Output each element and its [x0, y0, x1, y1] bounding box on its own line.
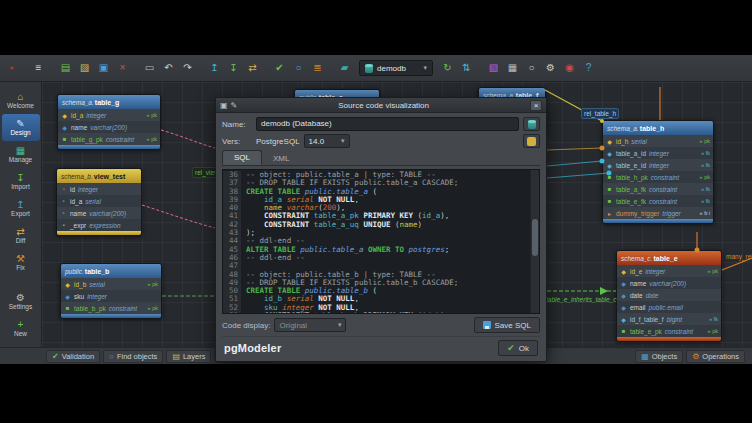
sidebar-item-diff[interactable]: ⇄Diff [2, 222, 40, 249]
validation-icon[interactable]: ✔ [271, 59, 288, 77]
relationship-label-rel-many[interactable]: many_rel [724, 252, 752, 261]
undo-icon[interactable]: ↶ [160, 59, 177, 77]
edit-code-icon-button[interactable] [523, 134, 540, 148]
find-icon[interactable]: ○ [290, 59, 307, 77]
power-icon[interactable]: ◉ [561, 59, 578, 77]
name-label: Name: [222, 120, 252, 129]
objects-icon: ▦ [641, 352, 649, 361]
help-icon[interactable]: ? [580, 59, 597, 77]
code-token: table_b_pk [314, 311, 359, 313]
database-icon [365, 64, 373, 73]
validation-icon-glyph: ✔ [275, 63, 283, 73]
sidebar-item-new[interactable]: +New [2, 315, 40, 342]
toolbar-right-group: ↻⇅▧▦○⚙◉? [439, 59, 597, 77]
refresh-icon[interactable]: ↻ [439, 59, 456, 77]
find-objects-icon: ○ [109, 352, 114, 361]
sidebar-item-export[interactable]: ↥Export [2, 195, 40, 222]
database-model-icon-glyph: ▰ [341, 63, 349, 73]
database-icon-button[interactable] [523, 117, 540, 131]
code-display-value: Original [279, 321, 307, 330]
menu-icon[interactable]: ≡ [30, 59, 47, 77]
zoom-icon[interactable]: ○ [523, 59, 540, 77]
code-token: table_a_uq [314, 220, 359, 229]
import-icon[interactable]: ↧ [225, 59, 242, 77]
version-combo-value: 14.0 [309, 137, 325, 146]
design-icon: ✎ [16, 118, 24, 129]
scrollbar-thumb[interactable] [532, 219, 538, 256]
operations-button[interactable]: ⚙Operations [686, 350, 745, 363]
redo-icon[interactable]: ↷ [179, 59, 196, 77]
settings-icon[interactable]: ⚙ [542, 59, 559, 77]
redo-icon-glyph: ↷ [183, 63, 191, 73]
pgmodeler-logo: pgModeler [224, 342, 281, 354]
code-display-combo[interactable]: Original ▾ [274, 318, 346, 332]
dialog-titlebar[interactable]: ▣ ✎ Source code visualization × [216, 98, 546, 113]
save-sql-button[interactable]: Save SQL [474, 317, 540, 333]
chevron-down-icon: ▾ [423, 64, 427, 72]
pencil-icon: ✎ [231, 101, 238, 110]
close-model-icon[interactable]: × [114, 59, 131, 77]
code-scrollbar[interactable] [530, 170, 539, 313]
new-model-icon-glyph: ▤ [61, 63, 70, 73]
swap-database-icon[interactable]: ⇅ [458, 59, 475, 77]
appearance-icon[interactable]: ▧ [485, 59, 502, 77]
sidebar-item-design[interactable]: ✎Design [2, 114, 40, 141]
pgmodeler-window: ▪≡▤▨▣×▭↶↷↥↧⇄✔○≣▰ demodb ▾ ↻⇅▧▦○⚙◉? ⌂Welc… [0, 0, 752, 423]
relationship-label-rel-table-h[interactable]: rel_table_h [581, 108, 619, 119]
ok-button[interactable]: ✔ Ok [498, 340, 538, 356]
database-model-icon[interactable]: ▰ [336, 59, 353, 77]
code-token: , [354, 195, 359, 204]
validation-button[interactable]: ✔Validation [46, 350, 100, 363]
close-icon[interactable]: × [530, 100, 542, 111]
sidebar-item-manage[interactable]: ▦Manage [2, 141, 40, 168]
grid-icon-glyph: ▦ [508, 63, 517, 73]
database-icon [528, 120, 536, 129]
statusbar-right-group: ▦Objects⚙Operations [635, 350, 748, 363]
sidebar-item-label: Manage [9, 156, 33, 164]
code-token: ) [418, 220, 423, 229]
sidebar-item-label: Diff [16, 237, 26, 245]
code-token: postgres [409, 245, 445, 254]
sidebar-item-label: Design [10, 129, 30, 137]
database-combo[interactable]: demodb ▾ [359, 60, 433, 76]
grid-icon[interactable]: ▦ [504, 59, 521, 77]
chevron-down-icon: ▾ [341, 137, 345, 145]
code-token: ), [440, 311, 449, 313]
version-label: Vers: [222, 137, 252, 146]
tab-xml[interactable]: XML [262, 152, 300, 165]
print-icon[interactable]: ▭ [141, 59, 158, 77]
refresh-icon-glyph: ↻ [443, 63, 451, 73]
app-icon[interactable]: ▪ [3, 59, 20, 77]
code-token: ( [368, 286, 377, 295]
new-model-icon[interactable]: ▤ [57, 59, 74, 77]
find-objects-button[interactable]: ○Find objects [103, 350, 163, 363]
save-model-icon[interactable]: ▣ [95, 59, 112, 77]
sidebar-item-fix[interactable]: ⚒Fix [2, 249, 40, 276]
version-combo[interactable]: 14.0 ▾ [304, 134, 350, 148]
sidebar-item-label: Export [11, 210, 30, 218]
code-token: ), [440, 211, 449, 220]
sidebar-item-welcome[interactable]: ⌂Welcome [2, 87, 40, 114]
diff-icon[interactable]: ⇄ [244, 59, 261, 77]
open-model-icon[interactable]: ▨ [76, 59, 93, 77]
sidebar-item-settings[interactable]: ⚙Settings [2, 288, 40, 315]
ok-label: Ok [519, 344, 529, 353]
code-token: ; [445, 245, 450, 254]
relationship-label-rel-inherits[interactable]: table_e_inherits_table_c [544, 295, 618, 304]
code-token: CONSTRAINT [264, 311, 309, 313]
operations-label: Operations [702, 352, 739, 361]
export-icon[interactable]: ↥ [206, 59, 223, 77]
tab-sql[interactable]: SQL [222, 150, 262, 165]
line-number: 53 [223, 312, 241, 313]
name-field[interactable]: demodb (Database) [256, 117, 519, 131]
objects-button[interactable]: ▦Objects [635, 350, 683, 363]
sql-tool-icon[interactable]: ≣ [309, 59, 326, 77]
code-text: CONSTRAINT table_b_pk PRIMARY KEY (id_b)… [246, 312, 449, 313]
sidebar-item-label: Fix [16, 264, 25, 272]
code-token: OWNER TO [368, 245, 404, 254]
sql-code-editor[interactable]: 36-- object: public.table_a | type: TABL… [222, 169, 540, 314]
layers-button[interactable]: ▤Layers [166, 350, 211, 363]
appearance-icon-glyph: ▧ [489, 63, 498, 73]
open-model-icon-glyph: ▨ [80, 63, 89, 73]
sidebar-item-import[interactable]: ↧Import [2, 168, 40, 195]
